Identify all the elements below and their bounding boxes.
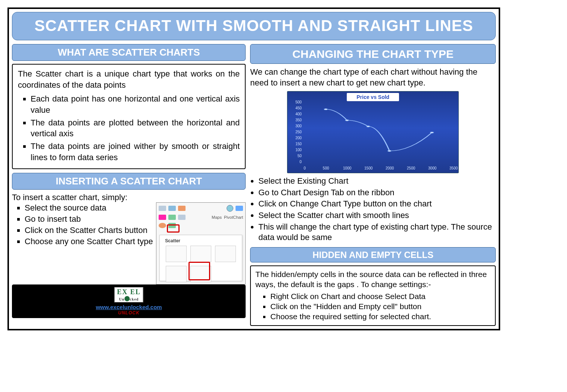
ytick-350: 350: [290, 118, 302, 122]
inserting-header: INSERTING A SCATTER CHART: [12, 173, 246, 190]
change-step-3: Click on Change Chart Type button on the…: [258, 198, 496, 210]
xtick-3500: 3500: [449, 166, 458, 171]
what-intro-text: The Scatter chart is a unique chart type…: [18, 68, 240, 90]
ytick-100: 100: [290, 147, 302, 152]
xtick-2000: 2000: [386, 166, 394, 171]
svg-point-2: [367, 126, 370, 127]
changing-intro: We can change the chart type of each cha…: [250, 67, 496, 88]
ytick-200: 200: [290, 136, 302, 140]
change-steps-list: Select the Existing Chart Go to Chart De…: [250, 175, 496, 243]
svg-point-0: [324, 109, 328, 110]
what-are-header: WHAT ARE SCATTER CHARTS: [12, 44, 246, 61]
change-step-1: Select the Existing Chart: [258, 175, 496, 187]
ribbon-screenshot: Maps PivotChart Scatter: [156, 202, 246, 284]
plot-area: [305, 102, 453, 163]
hidden-bullet-3: Choose the required setting for selected…: [270, 311, 490, 321]
xtick-2500: 2500: [407, 166, 415, 171]
svg-point-1: [345, 119, 349, 121]
footer-url-link[interactable]: www.excelunlocked.com: [96, 304, 162, 310]
hidden-empty-box: The hidden/empty cells in the source dat…: [250, 265, 496, 326]
xtick-1500: 1500: [364, 166, 373, 171]
pivot-label: PivotChart: [224, 215, 243, 220]
ytick-50: 50: [290, 153, 302, 158]
maps-label: Maps: [212, 215, 222, 220]
footer-unlock-text: UNLOCK: [96, 310, 162, 315]
what-bullet-1: Each data point has one horizontal and o…: [31, 93, 240, 116]
scatter-type-straight-markers-icon: [166, 266, 187, 282]
ytick-250: 250: [290, 130, 302, 134]
ytick-0: 0: [290, 159, 302, 164]
chart-markers: [305, 102, 453, 163]
scatter-type-smooth-markers-icon: [190, 246, 211, 262]
hidden-bullet-2: Click on the "Hidden and Empty cell" but…: [270, 301, 490, 311]
what-bullet-2: The data points are plotted between the …: [31, 116, 240, 140]
insert-intro: To insert a scatter chart, simply:: [12, 193, 246, 202]
pie-icon: [159, 223, 166, 228]
what-are-box: The Scatter chart is a unique chart type…: [12, 64, 246, 169]
chart-icon: [159, 206, 166, 211]
right-column: CHANGING THE CHART TYPE We can change th…: [250, 44, 496, 326]
chart-icon: [168, 206, 176, 211]
footer-banner: EX EL Uncked www.excelunlocked.com UNLOC…: [12, 284, 246, 318]
svg-point-3: [388, 150, 392, 152]
keyhole-icon: [125, 296, 130, 301]
change-step-2: Go to Chart Design Tab on the ribbon: [258, 187, 496, 199]
insert-bullet-4: Choose any one Scatter Chart type: [25, 236, 154, 247]
ytick-500: 500: [290, 100, 302, 105]
logo-sub: Uncked: [117, 296, 141, 301]
xtick-500: 500: [323, 166, 329, 171]
what-bullet-3: The data points are joined wither by smo…: [31, 140, 240, 164]
scatter-button-highlight: [167, 224, 180, 233]
insert-bullet-1: Select the source data: [25, 202, 154, 214]
scatter-type-smooth-icon: [215, 246, 236, 262]
price-vs-sold-chart: Price vs Sold 500 450 400 350 300 250 20…: [287, 91, 459, 173]
hidden-empty-header: HIDDEN AND EMPTY CELLS: [250, 247, 496, 262]
xtick-3000: 3000: [428, 166, 436, 171]
ytick-400: 400: [290, 112, 302, 116]
infographic-page: SCATTER CHART WITH SMOOTH AND STRAIGHT L…: [7, 7, 500, 330]
maps-icon: [227, 205, 233, 212]
scatter-pane-label: Scatter: [165, 238, 240, 243]
ytick-450: 450: [290, 106, 302, 111]
hidden-bullet-1: Right Click on Chart and choose Select D…: [270, 291, 490, 301]
chart-icon: [178, 206, 186, 211]
chart-icon: [178, 215, 186, 220]
page-title: SCATTER CHART WITH SMOOTH AND STRAIGHT L…: [12, 12, 496, 40]
xtick-1000: 1000: [343, 166, 351, 171]
changing-type-header: CHANGING THE CHART TYPE: [250, 44, 496, 64]
svg-point-4: [430, 132, 434, 133]
insert-bullet-3: Click on the Scatter Charts button: [25, 225, 154, 236]
change-step-5: This will change the chart type of exist…: [258, 221, 496, 243]
chart-icon: [168, 215, 176, 220]
scatter-type-dots-icon: [166, 246, 187, 262]
ytick-150: 150: [290, 141, 302, 146]
xtick-0: 0: [303, 166, 306, 171]
ytick-300: 300: [290, 124, 302, 128]
hidden-intro: The hidden/empty cells in the source dat…: [255, 269, 490, 290]
insert-bullet-2: Go to insert tab: [25, 214, 154, 225]
insert-bullets: Select the source data Go to insert tab …: [12, 202, 154, 247]
logo-top: EX EL: [117, 288, 141, 296]
change-step-4: Select the Scatter chart with smooth lin…: [258, 210, 496, 221]
scatter-straight-highlight: [189, 262, 210, 280]
excel-unlocked-logo: EX EL Uncked: [114, 287, 143, 302]
chart-title: Price vs Sold: [347, 93, 399, 101]
chart-icon: [159, 215, 166, 220]
pivotchart-icon: [236, 206, 243, 211]
left-column: WHAT ARE SCATTER CHARTS The Scatter char…: [12, 44, 246, 326]
